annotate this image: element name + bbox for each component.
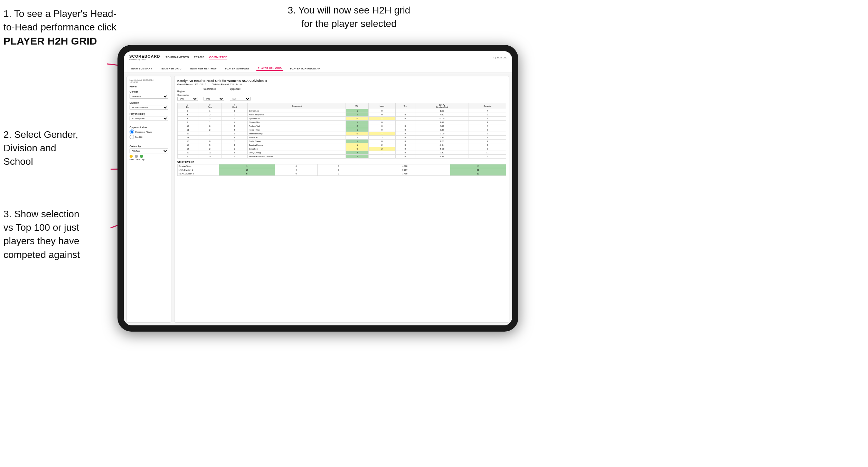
tablet-frame: SCOREBOARD Powered by clippd TOURNAMENTS…	[117, 45, 518, 332]
sign-out-link[interactable]: Sign out	[497, 56, 507, 59]
col-div: #Div	[178, 103, 198, 109]
table-row: 10 6 3 Andrea York 2 0 0 4.00 4	[178, 124, 506, 128]
nav-committee[interactable]: COMMITTEE	[209, 56, 228, 59]
table-row: 3 1 1 Esther Lee 1 0 1.50 4	[178, 109, 506, 113]
grid-records: Overall Record: 353 - 34 - 6 Division Re…	[177, 83, 506, 86]
radio-top100[interactable]: Top 100	[130, 135, 168, 139]
main-content: Last Updated: 27/03/2024 16:55:38 Player…	[124, 73, 512, 325]
subnav-team-h2h-grid[interactable]: TEAM H2H GRID	[159, 67, 182, 70]
table-row: 13 1 1 Jessica Huang 0 1 0 -3.00 2	[178, 132, 506, 136]
instruction-top-left: 1. To see a Player's Head- to-Head perfo…	[3, 7, 121, 48]
nav-right: i | Sign out	[493, 56, 507, 59]
col-tie: Tie	[395, 103, 415, 109]
opponent-view-section: Opponent view Opponents Played Top 100	[130, 126, 168, 139]
col-rounds: Rounds	[469, 103, 506, 109]
filter-section: Region Opponents: (All) Conference (All)	[177, 88, 506, 101]
col-opponent: Opponent	[248, 103, 346, 109]
instruction-mid-left: 2. Select Gender, Division and School	[3, 128, 107, 169]
region-opponents-select[interactable]: (All)	[177, 97, 198, 101]
table-row: 11 2 5 Heejo Hyun 1 0 0 3.33 3	[178, 128, 506, 132]
out-of-division-label: Out of division	[177, 161, 506, 163]
left-panel: Last Updated: 27/03/2024 16:55:38 Player…	[126, 76, 171, 323]
table-row: 5 2 2 Alexis Sudjianto 1 0 0 4.00 3	[178, 113, 506, 117]
dot-up	[140, 155, 143, 158]
player-section: Player	[130, 85, 168, 88]
subnav-team-summary[interactable]: TEAM SUMMARY	[129, 67, 153, 70]
table-row: 14 7 4 Eunice Yi 2 2 0 0.38 9	[178, 136, 506, 140]
col-reg: #Reg	[198, 103, 221, 109]
out-table-row: NAIA Division 1 15 0 0 9.267 30	[178, 168, 506, 172]
navbar: SCOREBOARD Powered by clippd TOURNAMENTS…	[124, 51, 512, 64]
dot-level	[135, 155, 138, 158]
filter-row: Region Opponents: (All) Conference (All)	[177, 88, 506, 101]
col-conf: #Conf	[221, 103, 248, 109]
subnav-team-h2h-heatmap[interactable]: TEAM H2H HEATMAP	[188, 67, 218, 70]
subnav-player-h2h-grid[interactable]: PLAYER H2H GRID	[256, 66, 283, 71]
opponent-select[interactable]: (All)	[230, 97, 251, 101]
player-rank-select[interactable]: 8. Katelyn Vo	[130, 116, 168, 121]
right-panel: Katelyn Vo Head-to-Head Grid for Women's…	[174, 76, 509, 323]
conference-filter-group: Conference (All)	[204, 88, 224, 101]
colour-labels: Down Level Up	[130, 159, 168, 161]
table-row: 18 2 2 Euna Lee 0 2 0 -5.00 2	[178, 147, 506, 151]
col-diff: Diff AvStrokes/Rnd	[415, 103, 469, 109]
radio-opponents-played[interactable]: Opponents Played	[130, 130, 168, 134]
nav-tournaments[interactable]: TOURNAMENTS	[166, 56, 189, 59]
gender-section: Gender Women's Men's	[130, 90, 168, 99]
logo-area: SCOREBOARD Powered by clippd	[129, 55, 160, 60]
col-loss: Loss	[369, 103, 395, 109]
table-row: 15 8 5 Stella Cheng 1 0 0 1.25 4	[178, 140, 506, 143]
nav-items: TOURNAMENTS TEAMS COMMITTEE	[166, 56, 488, 59]
grid-title: Katelyn Vo Head-to-Head Grid for Women's…	[177, 79, 506, 83]
colour-section: Colour by Win/loss Down Level Up	[130, 145, 168, 161]
division-section: Division NCAA Division III NCAA Division…	[130, 102, 168, 110]
instruction-top-right: 3. You will now see H2H gridfor the play…	[263, 3, 435, 30]
radio-group: Opponents Played Top 100	[130, 130, 168, 139]
nav-teams[interactable]: TEAMS	[194, 56, 205, 59]
gender-select[interactable]: Women's Men's	[130, 94, 168, 99]
dot-down	[130, 155, 133, 158]
subnav-player-summary[interactable]: PLAYER SUMMARY	[224, 67, 251, 70]
subnav-player-h2h-heatmap[interactable]: PLAYER H2H HEATMAP	[289, 67, 322, 70]
conference-select[interactable]: (All)	[204, 97, 224, 101]
table-row: 6 3 3 Sydney Kuo 0 1 0 -1.00 3	[178, 117, 506, 121]
region-filter-group: Region Opponents: (All)	[177, 90, 198, 101]
out-table-row: NCAA Division 2 5 0 0 7.400 10	[178, 172, 506, 176]
out-of-division-table: Foreign Team 1 0 0 4.500 2 NAIA Division…	[177, 164, 506, 176]
panel-date: Last Updated: 27/03/2024 16:55:38	[130, 79, 168, 83]
colour-dots	[130, 155, 168, 158]
table-row: 9 1 4 Sharon Mun 1 0 3.67 3	[178, 121, 506, 124]
table-row: 16 3 1 Jessica Mason 1 2 0 -0.94 7	[178, 143, 506, 147]
tablet-screen: SCOREBOARD Powered by clippd TOURNAMENTS…	[124, 51, 512, 325]
table-row: 19 10 6 Emily Chang 4 1 0 0.30 11	[178, 151, 506, 155]
instruction-bottom-left: 3. Show selection vs Top 100 or just pla…	[3, 207, 114, 261]
logo-text: SCOREBOARD	[129, 55, 160, 58]
table-row: 20 11 7 Federica Domecq Lacroze 2 1 0 1.…	[178, 155, 506, 159]
player-rank-section: Player (Rank) 8. Katelyn Vo	[130, 113, 168, 121]
logo-sub: Powered by clippd	[129, 58, 160, 60]
subnav: TEAM SUMMARY TEAM H2H GRID TEAM H2H HEAT…	[124, 64, 512, 73]
out-table-row: Foreign Team 1 0 0 4.500 2	[178, 164, 506, 168]
opponent-filter-group: Opponent (All)	[230, 88, 251, 101]
colour-select[interactable]: Win/loss	[130, 149, 168, 153]
h2h-table: #Div #Reg #Conf Opponent Win Loss Tie Di…	[177, 103, 506, 159]
col-win: Win	[346, 103, 369, 109]
division-select[interactable]: NCAA Division III NCAA Division I NCAA D…	[130, 105, 168, 110]
